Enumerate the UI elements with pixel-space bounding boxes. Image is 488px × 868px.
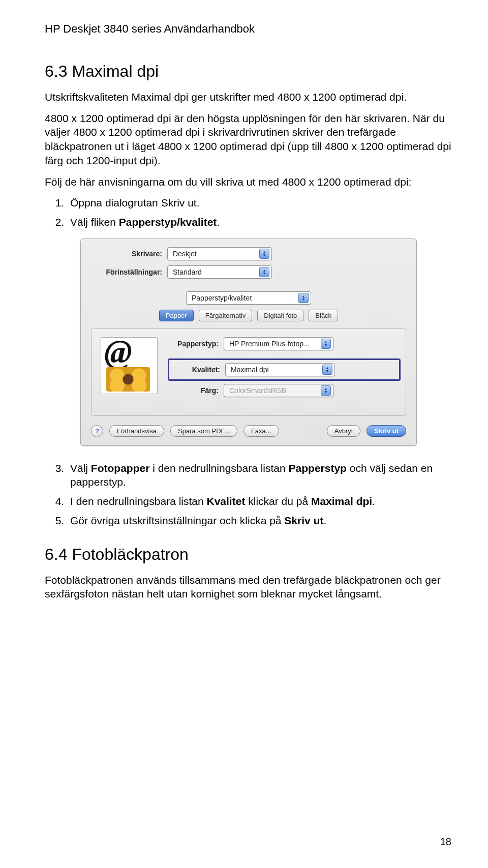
- section-6-4-p1: Fotobläckpatronen används tillsammans me…: [45, 573, 452, 601]
- chevron-updown-icon: ▲▼: [259, 267, 269, 277]
- dialog-button-bar: ? Förhandsvisa Spara som PDF... Faxa... …: [91, 425, 406, 437]
- section-6-3-title: 6.3 Maximal dpi: [45, 62, 452, 81]
- preview-thumbnail: @: [101, 337, 158, 394]
- farg-label: Färg:: [170, 386, 224, 395]
- step-2-text-c: .: [217, 216, 220, 228]
- preset-value: Standard: [173, 268, 202, 276]
- save-pdf-button[interactable]: Spara som PDF...: [170, 425, 237, 437]
- step-4-text-c: klickar du på: [245, 495, 311, 507]
- farg-row: Färg: ColorSmart/sRGB ▲▼: [170, 384, 396, 397]
- step-5: Gör övriga utskriftsinställningar och kl…: [67, 514, 452, 528]
- farg-value: ColorSmart/sRGB: [229, 386, 286, 395]
- tab-papper[interactable]: Papper: [159, 310, 194, 321]
- step-3-text-a: Välj: [70, 462, 91, 474]
- papperstyp-value: HP Premium Plus-fotop...: [229, 340, 310, 348]
- step-4-text-e: .: [372, 495, 375, 507]
- preset-row: Förinställningar: Standard ▲▼: [91, 265, 406, 279]
- step-1: Öppna dialogrutan Skriv ut.: [67, 196, 452, 210]
- help-icon[interactable]: ?: [91, 425, 103, 437]
- step-2: Välj fliken Papperstyp/kvalitet.: [67, 215, 452, 229]
- papperstyp-row: Papperstyp: HP Premium Plus-fotop... ▲▼: [170, 337, 396, 350]
- tab-digitalt-foto[interactable]: Digitalt foto: [257, 310, 303, 321]
- step-4-text-b: Kvalitet: [207, 495, 246, 507]
- chevron-updown-icon: ▲▼: [322, 365, 332, 375]
- step-2-text-a: Välj fliken: [70, 216, 119, 228]
- step-3-text-c: i den nedrullningsbara listan: [149, 462, 288, 474]
- step-1-text-b: Skriv ut: [161, 197, 197, 208]
- section-6-3-p3: Följ de här anvisningarna om du vill skr…: [45, 175, 452, 189]
- step-4-text-a: I den nedrullningsbara listan: [70, 495, 207, 507]
- chevron-updown-icon: ▲▼: [259, 249, 269, 259]
- cancel-button[interactable]: Avbryt: [327, 425, 361, 437]
- kvalitet-highlight: Kvalitet: Maximal dpi ▲▼: [168, 358, 401, 381]
- kvalitet-popup[interactable]: Maximal dpi ▲▼: [225, 363, 335, 376]
- printer-label: Skrivare:: [91, 250, 167, 258]
- page-number: 18: [440, 836, 451, 848]
- tab-black[interactable]: Bläck: [309, 310, 338, 321]
- paper-panel: @ Papperstyp: HP Premium Plus-fotop... ▲…: [91, 328, 406, 416]
- chevron-updown-icon: ▲▼: [321, 339, 331, 349]
- step-1-text-c: .: [197, 197, 200, 208]
- print-dialog: Skrivare: Deskjet ▲▼ Förinställningar: S…: [80, 238, 417, 446]
- preview-button[interactable]: Förhandsvisa: [109, 425, 164, 437]
- step-4: I den nedrullningsbara listan Kvalitet k…: [67, 494, 452, 508]
- preset-label: Förinställningar:: [91, 268, 167, 276]
- steps-list-2: Välj Fotopapper i den nedrullningsbara l…: [45, 461, 452, 528]
- farg-popup[interactable]: ColorSmart/sRGB ▲▼: [224, 384, 333, 397]
- printer-popup[interactable]: Deskjet ▲▼: [167, 247, 272, 260]
- at-sign-icon: @: [104, 337, 132, 368]
- pane-value: Papperstyp/kvalitet: [192, 294, 252, 302]
- print-dialog-figure: Skrivare: Deskjet ▲▼ Förinställningar: S…: [45, 238, 452, 446]
- step-2-text-b: Papperstyp/kvalitet: [119, 216, 217, 228]
- kvalitet-value: Maximal dpi: [231, 366, 269, 374]
- step-3: Välj Fotopapper i den nedrullningsbara l…: [67, 461, 452, 489]
- print-button[interactable]: Skriv ut: [367, 425, 406, 437]
- flower-icon: [106, 367, 150, 392]
- step-1-text-a: Öppna dialogrutan: [70, 197, 161, 208]
- step-5-text-a: Gör övriga utskriftsinställningar och kl…: [70, 515, 284, 526]
- chevron-updown-icon: ▲▼: [321, 385, 331, 396]
- steps-list-1: Öppna dialogrutan Skriv ut. Välj fliken …: [45, 196, 452, 229]
- step-5-text-c: .: [323, 515, 326, 526]
- tab-fargalternativ[interactable]: Färgalternativ: [199, 310, 252, 321]
- divider: [91, 284, 406, 284]
- document-header: HP Deskjet 3840 series Användarhandbok: [45, 22, 452, 36]
- papperstyp-label: Papperstyp:: [170, 340, 224, 348]
- step-5-text-b: Skriv ut: [284, 515, 323, 526]
- printer-value: Deskjet: [173, 250, 197, 258]
- tab-bar: Papper Färgalternativ Digitalt foto Bläc…: [91, 310, 406, 321]
- preset-popup[interactable]: Standard ▲▼: [167, 265, 272, 279]
- printer-row: Skrivare: Deskjet ▲▼: [91, 247, 406, 260]
- pane-popup[interactable]: Papperstyp/kvalitet ▲▼: [186, 291, 311, 305]
- chevron-updown-icon: ▲▼: [298, 293, 309, 303]
- fax-button[interactable]: Faxa...: [243, 425, 279, 437]
- papperstyp-popup[interactable]: HP Premium Plus-fotop... ▲▼: [224, 337, 333, 350]
- section-6-3-p2: 4800 x 1200 optimerad dpi är den högsta …: [45, 111, 452, 168]
- pane-row: Papperstyp/kvalitet ▲▼: [91, 291, 406, 305]
- kvalitet-label: Kvalitet:: [171, 366, 225, 374]
- step-4-text-d: Maximal dpi: [311, 495, 372, 507]
- step-3-text-d: Papperstyp: [289, 462, 347, 474]
- section-6-4-title: 6.4 Fotobläckpatron: [45, 545, 452, 564]
- step-3-text-b: Fotopapper: [91, 462, 150, 474]
- section-6-3-p1: Utskriftskvaliteten Maximal dpi ger utsk…: [45, 90, 452, 104]
